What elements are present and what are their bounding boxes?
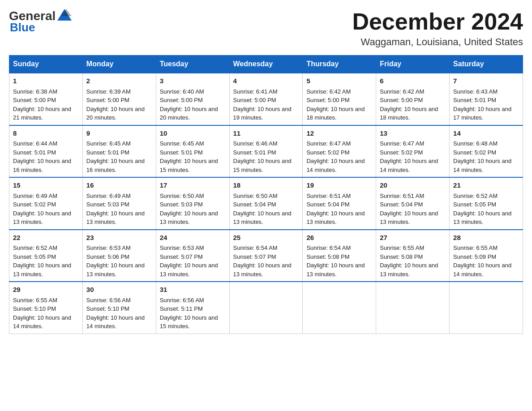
day-number: 30: [86, 285, 152, 295]
calendar-cell: 24Sunrise: 6:53 AMSunset: 5:07 PMDayligh…: [156, 230, 229, 282]
day-number: 24: [160, 233, 226, 243]
sunrise-text: Sunrise: 6:42 AM: [306, 88, 351, 95]
sunrise-text: Sunrise: 6:42 AM: [380, 88, 424, 95]
calendar-cell: 20Sunrise: 6:51 AMSunset: 5:04 PMDayligh…: [376, 177, 450, 230]
calendar-cell: 8Sunrise: 6:44 AMSunset: 5:01 PMDaylight…: [9, 125, 83, 178]
day-number: 31: [160, 285, 226, 295]
sunset-text: Sunset: 5:03 PM: [86, 201, 129, 208]
day-header-wednesday: Wednesday: [229, 56, 303, 73]
calendar-cell: 11Sunrise: 6:46 AMSunset: 5:01 PMDayligh…: [229, 125, 303, 178]
day-number: 1: [13, 76, 79, 86]
sunset-text: Sunset: 5:00 PM: [233, 97, 276, 103]
sunrise-text: Sunrise: 6:55 AM: [380, 244, 424, 251]
sunrise-text: Sunrise: 6:56 AM: [160, 297, 204, 304]
daylight-text: Daylight: 10 hours and 14 minutes.: [380, 158, 438, 173]
day-number: 7: [453, 76, 519, 86]
calendar-cell: 3Sunrise: 6:40 AMSunset: 5:00 PMDaylight…: [156, 73, 229, 125]
calendar-cell: 6Sunrise: 6:42 AMSunset: 5:00 PMDaylight…: [376, 73, 450, 125]
title-block: December 2024 Waggaman, Louisiana, Unite…: [352, 9, 523, 48]
page-title: December 2024: [352, 9, 523, 34]
calendar-cell: 7Sunrise: 6:43 AMSunset: 5:01 PMDaylight…: [450, 73, 523, 125]
daylight-text: Daylight: 10 hours and 18 minutes.: [380, 106, 438, 121]
daylight-text: Daylight: 10 hours and 13 minutes.: [453, 210, 511, 226]
calendar-cell: 21Sunrise: 6:52 AMSunset: 5:05 PMDayligh…: [450, 177, 523, 230]
day-number: 21: [453, 180, 519, 191]
day-header-saturday: Saturday: [450, 56, 523, 73]
calendar-cell: 12Sunrise: 6:47 AMSunset: 5:02 PMDayligh…: [303, 125, 376, 178]
day-number: 25: [233, 233, 299, 243]
sunset-text: Sunset: 5:04 PM: [306, 201, 349, 208]
week-row-5: 29Sunrise: 6:55 AMSunset: 5:10 PMDayligh…: [9, 282, 523, 334]
sunset-text: Sunset: 5:00 PM: [13, 97, 56, 103]
sunrise-text: Sunrise: 6:51 AM: [306, 193, 351, 199]
sunrise-text: Sunrise: 6:53 AM: [160, 244, 204, 251]
daylight-text: Daylight: 10 hours and 14 minutes.: [306, 158, 365, 173]
calendar-cell: 5Sunrise: 6:42 AMSunset: 5:00 PMDaylight…: [303, 73, 376, 125]
daylight-text: Daylight: 10 hours and 17 minutes.: [453, 106, 511, 121]
day-number: 3: [160, 76, 226, 86]
sunrise-text: Sunrise: 6:50 AM: [233, 193, 278, 199]
sunrise-text: Sunrise: 6:47 AM: [306, 140, 351, 147]
sunrise-text: Sunrise: 6:43 AM: [453, 88, 498, 95]
calendar-cell: 22Sunrise: 6:52 AMSunset: 5:05 PMDayligh…: [9, 230, 83, 282]
calendar-table: SundayMondayTuesdayWednesdayThursdayFrid…: [9, 55, 523, 334]
sunset-text: Sunset: 5:03 PM: [160, 201, 203, 208]
day-number: 28: [453, 233, 519, 243]
sunrise-text: Sunrise: 6:55 AM: [13, 297, 57, 304]
sunrise-text: Sunrise: 6:54 AM: [233, 244, 278, 251]
calendar-cell: 13Sunrise: 6:47 AMSunset: 5:02 PMDayligh…: [376, 125, 450, 178]
daylight-text: Daylight: 10 hours and 13 minutes.: [86, 210, 145, 226]
daylight-text: Daylight: 10 hours and 13 minutes.: [306, 210, 365, 226]
calendar-cell: [303, 282, 376, 334]
sunset-text: Sunset: 5:02 PM: [13, 201, 56, 208]
sunset-text: Sunset: 5:00 PM: [306, 97, 349, 103]
calendar-cell: [229, 282, 303, 334]
sunrise-text: Sunrise: 6:53 AM: [86, 244, 131, 251]
sunrise-text: Sunrise: 6:41 AM: [233, 88, 278, 95]
calendar-cell: 26Sunrise: 6:54 AMSunset: 5:08 PMDayligh…: [303, 230, 376, 282]
daylight-text: Daylight: 10 hours and 20 minutes.: [86, 106, 145, 121]
calendar-cell: 29Sunrise: 6:55 AMSunset: 5:10 PMDayligh…: [9, 282, 83, 334]
sunrise-text: Sunrise: 6:56 AM: [86, 297, 131, 304]
calendar-cell: 16Sunrise: 6:49 AMSunset: 5:03 PMDayligh…: [82, 177, 156, 230]
calendar-cell: [450, 282, 523, 334]
calendar-cell: 1Sunrise: 6:38 AMSunset: 5:00 PMDaylight…: [9, 73, 83, 125]
day-number: 11: [233, 128, 299, 139]
logo-blue: Blue: [10, 21, 35, 34]
day-number: 18: [233, 180, 299, 191]
sunset-text: Sunset: 5:02 PM: [306, 149, 349, 156]
sunrise-text: Sunrise: 6:52 AM: [13, 244, 57, 251]
day-number: 26: [306, 233, 372, 243]
week-row-2: 8Sunrise: 6:44 AMSunset: 5:01 PMDaylight…: [9, 125, 523, 178]
sunrise-text: Sunrise: 6:44 AM: [13, 140, 57, 147]
day-number: 12: [306, 128, 372, 139]
day-number: 20: [380, 180, 446, 191]
sunrise-text: Sunrise: 6:45 AM: [86, 140, 131, 147]
logo: General Blue: [9, 9, 73, 34]
day-header-thursday: Thursday: [303, 56, 376, 73]
sunset-text: Sunset: 5:01 PM: [13, 149, 56, 156]
calendar-cell: 10Sunrise: 6:45 AMSunset: 5:01 PMDayligh…: [156, 125, 229, 178]
sunrise-text: Sunrise: 6:40 AM: [160, 88, 204, 95]
sunset-text: Sunset: 5:02 PM: [453, 149, 496, 156]
daylight-text: Daylight: 10 hours and 13 minutes.: [233, 210, 292, 226]
daylight-text: Daylight: 10 hours and 16 minutes.: [86, 158, 145, 173]
day-number: 16: [86, 180, 152, 191]
daylight-text: Daylight: 10 hours and 13 minutes.: [306, 262, 365, 278]
sunset-text: Sunset: 5:01 PM: [160, 149, 203, 156]
day-number: 5: [306, 76, 372, 86]
daylight-text: Daylight: 10 hours and 18 minutes.: [306, 106, 365, 121]
daylight-text: Daylight: 10 hours and 13 minutes.: [233, 262, 292, 278]
day-number: 23: [86, 233, 152, 243]
sunset-text: Sunset: 5:07 PM: [233, 253, 276, 260]
daylight-text: Daylight: 10 hours and 21 minutes.: [13, 106, 71, 121]
sunrise-text: Sunrise: 6:46 AM: [233, 140, 278, 147]
sunset-text: Sunset: 5:08 PM: [306, 253, 349, 260]
sunrise-text: Sunrise: 6:38 AM: [13, 88, 57, 95]
calendar-cell: 30Sunrise: 6:56 AMSunset: 5:10 PMDayligh…: [82, 282, 156, 334]
day-number: 17: [160, 180, 226, 191]
daylight-text: Daylight: 10 hours and 13 minutes.: [13, 210, 71, 226]
sunset-text: Sunset: 5:08 PM: [380, 253, 423, 260]
calendar-cell: 18Sunrise: 6:50 AMSunset: 5:04 PMDayligh…: [229, 177, 303, 230]
calendar-cell: 15Sunrise: 6:49 AMSunset: 5:02 PMDayligh…: [9, 177, 83, 230]
